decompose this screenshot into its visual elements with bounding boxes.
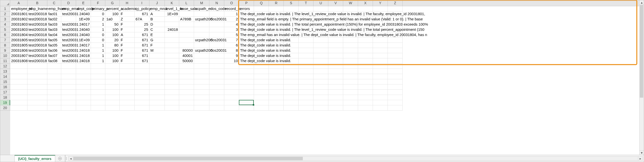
cell-Z14[interactable] [388,74,403,79]
cell-X10[interactable] [358,53,373,58]
sheet-tab-active[interactable]: (UCI)_faculty_errors [14,155,55,162]
cell-N12[interactable] [210,64,224,69]
cell-E3[interactable]: 1E+09 [76,17,91,22]
cell-N11[interactable] [210,58,224,64]
cell-N10[interactable] [210,53,224,58]
cell-N17[interactable] [210,90,224,95]
cell-L3[interactable]: A789B [179,17,194,22]
column-header-T[interactable]: T [298,0,314,6]
cell-F1[interactable]: primary_a [91,6,105,12]
select-all-corner[interactable] [0,0,10,6]
cell-T20[interactable] [298,105,314,111]
cell-T1[interactable] [298,6,314,12]
cell-F19[interactable] [91,100,105,105]
cell-Z12[interactable] [388,64,403,69]
row-header-16[interactable]: 16 [0,85,10,90]
cell-I9[interactable]: 671 [134,48,150,53]
cell-P10[interactable]: The dept_code value is invalid. [239,53,254,58]
cell-E6[interactable]: 24040 [76,32,91,38]
cell-J6[interactable]: E [150,32,165,38]
cell-I8[interactable]: 671 [134,43,150,48]
cell-P16[interactable] [239,85,254,90]
cell-T8[interactable] [298,43,314,48]
cell-A13[interactable] [10,69,28,74]
cell-E19[interactable] [76,100,91,105]
cell-P2[interactable]: The dept_code value is invalid. | The le… [239,12,254,17]
cell-N18[interactable] [210,95,224,100]
cell-V9[interactable] [328,48,343,53]
cell-Z1[interactable] [388,6,403,12]
cell-C9[interactable]: fac06 [47,48,61,53]
cell-H8[interactable]: F [120,43,134,48]
cell-G13[interactable] [105,69,120,74]
cell-U15[interactable] [314,79,328,85]
cell-O3[interactable]: 2 [224,17,239,22]
cell-T12[interactable] [298,64,314,69]
cell-Y7[interactable] [373,38,388,43]
cell-N19[interactable] [210,100,224,105]
cell-A18[interactable] [10,95,28,100]
cell-I7[interactable]: 671 [134,38,150,43]
row-header-3[interactable]: 3 [0,17,10,22]
cell-W13[interactable] [343,69,358,74]
cell-Q18[interactable] [254,95,269,100]
cell-D14[interactable] [61,74,76,79]
cell-G5[interactable]: 100 [105,27,120,32]
cell-C10[interactable]: fac07 [47,53,61,58]
cell-G4[interactable]: 50 [105,22,120,27]
cell-P14[interactable] [239,74,254,79]
cell-S14[interactable] [284,74,298,79]
cell-Q20[interactable] [254,105,269,111]
cell-M18[interactable] [194,95,210,100]
cell-W11[interactable] [343,58,358,64]
cell-O13[interactable] [224,69,239,74]
cell-X17[interactable] [358,90,373,95]
scroll-down-icon[interactable]: ▾ [640,150,644,155]
cell-F5[interactable]: 1 [91,27,105,32]
column-header-H[interactable]: H [120,0,134,6]
cell-C7[interactable]: fac05 [47,38,61,43]
cell-K11[interactable] [165,58,179,64]
cell-N13[interactable] [210,69,224,74]
cell-F6[interactable]: 0 [91,32,105,38]
cell-I12[interactable] [134,64,150,69]
cell-L10[interactable]: 40001 [179,53,194,58]
cell-B1[interactable]: emp_lname [28,6,47,12]
cell-C19[interactable] [47,100,61,105]
cell-L5[interactable] [179,27,194,32]
cell-M11[interactable] [194,58,210,64]
cell-L15[interactable] [179,79,194,85]
cell-J5[interactable]: C [150,27,165,32]
cell-P3[interactable]: The emp_email field is empty. | The prim… [239,17,254,22]
row-header-12[interactable]: 12 [0,64,10,69]
cell-T19[interactable] [298,100,314,105]
row-header-10[interactable]: 10 [0,53,10,58]
cell-H17[interactable] [120,90,134,95]
cell-V13[interactable] [328,69,343,74]
cell-C13[interactable] [47,69,61,74]
cell-C16[interactable] [47,85,61,90]
cell-A9[interactable]: 20031806 [10,48,28,53]
cell-B9[interactable]: test200318 [28,48,47,53]
column-header-K[interactable]: K [165,0,179,6]
cell-X1[interactable] [358,6,373,12]
cell-Y16[interactable] [373,85,388,90]
cell-G18[interactable] [105,95,120,100]
cell-A19[interactable] [10,100,28,105]
cell-Q16[interactable] [254,85,269,90]
cell-R13[interactable] [269,69,284,74]
cell-L11[interactable]: 50000 [179,58,194,64]
cell-A15[interactable] [10,79,28,85]
cell-F13[interactable] [91,69,105,74]
cell-E16[interactable] [76,85,91,90]
cell-N14[interactable] [210,74,224,79]
cell-Z17[interactable] [388,90,403,95]
cell-X13[interactable] [358,69,373,74]
cell-X15[interactable] [358,79,373,85]
cell-A4[interactable]: 20031803 [10,22,28,27]
cell-M12[interactable] [194,64,210,69]
cell-G1[interactable]: percent_a [105,6,120,12]
column-header-F[interactable]: F [91,0,105,6]
cell-N8[interactable] [210,43,224,48]
cell-L8[interactable] [179,43,194,48]
